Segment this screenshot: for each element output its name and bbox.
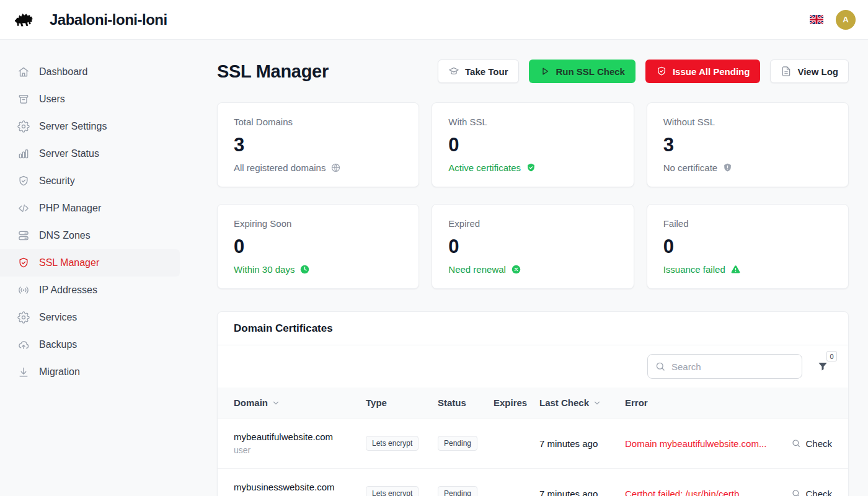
cloud-upload-icon [17,339,30,351]
page-title: SSL Manager [217,60,329,83]
archive-icon [17,93,30,105]
button-label: Run SSL Check [556,66,625,77]
stat-label: Without SSL [663,117,832,127]
sidebar-item-label: Services [39,312,77,323]
search-input[interactable] [647,354,802,379]
search-icon [791,438,801,448]
sidebar-item-backups[interactable]: Backups [0,331,180,358]
column-header-last-check[interactable]: Last Check [539,397,625,408]
stat-label: Expiring Soon [234,218,402,229]
topbar: Jabaloni-loni-loni A [0,0,868,40]
shield-check-icon [17,175,30,187]
table-row[interactable]: mybeautifulwebsite.com user Lets encrypt… [218,418,848,469]
shield-check-icon [526,162,536,173]
sidebar-item-dashboard[interactable]: Dashboard [0,58,180,86]
domain-name: mybusinesswebsite.com [234,482,366,492]
stat-value: 0 [234,237,402,256]
warning-triangle-icon [730,264,741,275]
broadcast-icon [17,284,30,296]
stat-card-without-ssl: Without SSL 3 No certificate [647,102,849,187]
gear-icon [17,120,30,133]
stat-card-total-domains: Total Domains 3 All registered domains [217,102,419,187]
stat-value: 3 [234,135,402,154]
download-icon [17,366,30,378]
stat-label: Total Domains [234,117,402,127]
run-ssl-check-button[interactable]: Run SSL Check [529,60,636,83]
column-header-error: Error [625,397,776,408]
check-button[interactable]: Check [791,438,832,449]
sidebar-item-server-settings[interactable]: Server Settings [0,113,180,140]
x-circle-icon [511,264,521,275]
funnel-icon [817,361,828,372]
stat-value: 3 [663,135,832,154]
column-header-status: Status [438,397,494,408]
domain-cell: mybusinesswebsite.com user [234,482,366,496]
last-check-cell: 7 minutes ago [539,438,625,449]
sidebar-item-php-manager[interactable]: PHP Manager [0,195,180,222]
bar-chart-icon [17,148,30,160]
stat-value: 0 [448,237,617,256]
stat-subtitle: Active certificates [448,162,521,173]
filter-count-badge: 0 [826,351,837,361]
type-badge: Lets encrypt [366,436,418,451]
last-check-cell: 7 minutes ago [539,489,625,496]
error-cell: Domain mybeautifulwebsite.com... [625,438,776,449]
sidebar-item-label: Users [39,94,65,105]
sidebar-item-ssl-manager[interactable]: SSL Manager [0,249,180,277]
button-label: Take Tour [465,66,508,77]
table-header: Domain Type Status Expires Last Check Er… [218,388,848,418]
check-label: Check [805,438,832,449]
sidebar-item-ip-addresses[interactable]: IP Addresses [0,277,180,304]
stat-card-with-ssl: With SSL 0 Active certificates [432,102,634,187]
sidebar-item-label: Backups [39,339,77,350]
sidebar-item-label: Security [39,175,75,187]
column-header-domain[interactable]: Domain [234,397,366,408]
avatar[interactable]: A [836,10,856,30]
language-flag-uk[interactable] [810,15,823,24]
stat-value: 0 [448,135,617,154]
sidebar-item-security[interactable]: Security [0,167,180,195]
sidebar-item-label: Dashboard [39,66,87,78]
stat-subtitle: Issuance failed [663,264,725,275]
sidebar-item-users[interactable]: Users [0,86,180,113]
search-icon [655,361,666,372]
filter-button[interactable]: 0 [816,358,830,374]
stat-card-failed: Failed 0 Issuance failed [647,204,849,289]
search-box [647,354,802,379]
gear-icon [17,311,30,324]
status-badge: Pending [438,436,477,451]
sidebar-item-label: IP Addresses [39,285,97,296]
issue-all-pending-button[interactable]: Issue All Pending [645,60,760,83]
stat-card-expired: Expired 0 Need renewal [432,204,634,289]
error-cell: Certbot failed: /usr/bin/certb... [625,489,776,496]
view-log-button[interactable]: View Log [770,60,849,83]
table-row[interactable]: mybusinesswebsite.com user Lets encrypt … [218,469,848,496]
sidebar-item-label: Migration [39,366,80,378]
clock-icon [299,264,310,275]
stat-subtitle: All registered domains [234,162,326,173]
button-label: Issue All Pending [673,66,750,77]
server-icon [17,229,30,242]
globe-icon [330,162,341,173]
stat-label: With SSL [448,117,617,127]
domain-name: mybeautifulwebsite.com [234,432,366,442]
chevron-down-icon [593,399,601,407]
sidebar-item-services[interactable]: Services [0,304,180,331]
sidebar-item-migration[interactable]: Migration [0,358,180,386]
check-button[interactable]: Check [791,489,832,496]
stat-subtitle: No certificate [663,162,718,173]
shield-alert-icon [722,162,733,173]
type-badge: Lets encrypt [366,486,418,496]
search-icon [791,489,801,496]
sidebar-item-dns-zones[interactable]: DNS Zones [0,222,180,249]
chevron-down-icon [272,399,280,407]
stat-value: 0 [663,237,832,256]
domain-certificates-panel: Domain Certificates 0 Domain Type Status [217,311,849,496]
take-tour-button[interactable]: Take Tour [438,60,518,83]
sidebar-item-label: SSL Manager [39,257,99,268]
sidebar-item-server-status[interactable]: Server Status [0,140,180,167]
sidebar-item-label: Server Settings [39,121,107,132]
column-header-type: Type [366,397,438,408]
column-header-expires: Expires [494,397,539,408]
sidebar-item-label: DNS Zones [39,230,91,241]
